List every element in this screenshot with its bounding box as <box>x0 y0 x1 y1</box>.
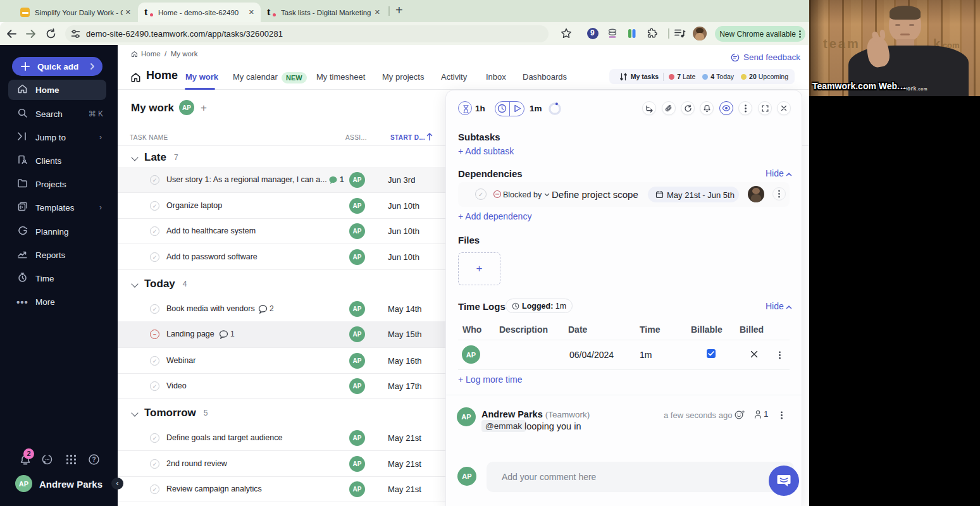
svg-text:?: ? <box>92 456 96 463</box>
